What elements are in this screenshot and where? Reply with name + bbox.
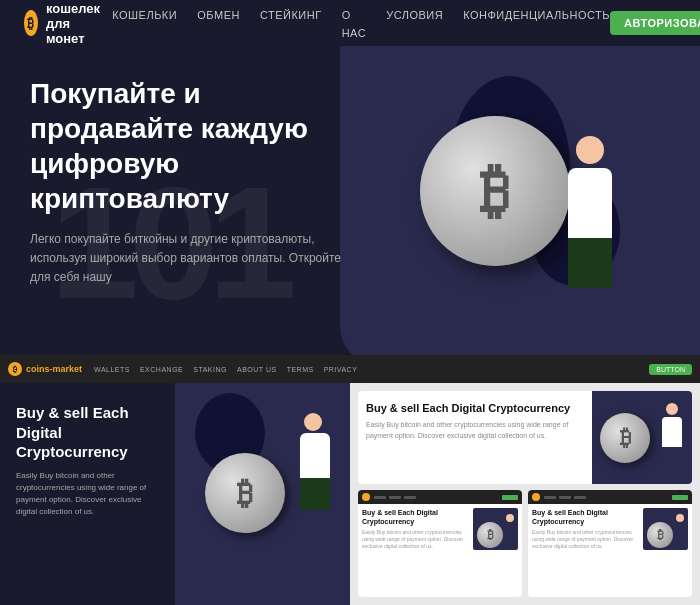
login-button[interactable]: АВТОРИЗОВАТЬ — [610, 11, 700, 35]
person-head — [576, 136, 604, 164]
ts-nav-dot — [559, 496, 571, 499]
stripe-logo-icon: ₿ — [8, 362, 22, 376]
ts-small-title-2: Buy & sell Each Digital Cryptocurrency — [532, 508, 639, 526]
nav-staking[interactable]: СТЕЙКИНГ — [260, 9, 322, 21]
hero-section: Покупайте и продавайте каждую цифровую к… — [0, 46, 700, 355]
person-figure — [550, 136, 630, 296]
thumb-large-image: ₿ — [592, 391, 692, 484]
stripe-brand: ₿ coins-market — [8, 362, 82, 376]
ts-nav-dots-1 — [374, 496, 416, 499]
stripe-nav-wallets[interactable]: WALLETS — [94, 366, 130, 373]
stripe-nav-privacy[interactable]: PRIVACY — [324, 366, 358, 373]
nav-terms[interactable]: УСЛОВИЯ — [386, 9, 443, 21]
bottom-left-title: Buy & sell Each Digital Cryptocurrency — [16, 403, 159, 462]
person-body — [568, 168, 612, 238]
stripe-nav-about[interactable]: ABOUT US — [237, 366, 277, 373]
thumbnail-small-1: Buy & sell Each Digital Cryptocurrency E… — [358, 490, 522, 597]
thumb-large-subtitle: Easily Buy bitcoin and other cryptocurre… — [366, 420, 576, 441]
thumbnail-small-2: Buy & sell Each Digital Cryptocurrency E… — [528, 490, 692, 597]
thumbnail-navbar: ₿ coins-market WALLETS EXCHANGE STAKING … — [0, 355, 700, 383]
thumbnails-row: Buy & sell Each Digital Cryptocurrency E… — [358, 490, 692, 597]
bottom-right-thumbnails: Buy & sell Each Digital Cryptocurrency E… — [350, 383, 700, 605]
bitcoin-coin: ₿ — [420, 116, 570, 266]
ts-person-head-1 — [506, 514, 514, 522]
ts-nav-1 — [358, 490, 522, 504]
stripe-nav-exchange[interactable]: EXCHANGE — [140, 366, 183, 373]
stripe-nav-staking[interactable]: STAKING — [193, 366, 227, 373]
tl-person-head — [666, 403, 678, 415]
ts-nav-btn-2 — [672, 495, 688, 500]
logo-icon: ₿ — [24, 10, 38, 36]
hero-title: Покупайте и продавайте каждую цифровую к… — [30, 76, 350, 216]
tl-person-body — [662, 417, 682, 447]
bm-person-body — [300, 433, 330, 478]
stripe-brand-name: coins-market — [26, 364, 82, 374]
ts-nav-logo-2 — [532, 493, 540, 501]
person-legs — [568, 238, 612, 288]
ts-nav-logo-1 — [362, 493, 370, 501]
stripe-nav-terms[interactable]: TERMS — [287, 366, 314, 373]
hero-text-block: Покупайте и продавайте каждую цифровую к… — [30, 46, 350, 355]
stripe-login-button[interactable]: BUTTON — [649, 364, 692, 375]
stripe-nav-links: WALLETS EXCHANGE STAKING ABOUT US TERMS … — [94, 366, 357, 373]
ts-text-2: Buy & sell Each Digital Cryptocurrency E… — [532, 508, 639, 550]
brand-logo: ₿ кошелек для монет — [24, 1, 112, 46]
ts-text-1: Buy & sell Each Digital Cryptocurrency E… — [362, 508, 469, 550]
thumb-large-title: Buy & sell Each Digital Cryptocurrency — [366, 401, 576, 415]
brand-name: кошелек для монет — [46, 1, 112, 46]
tl-symbol: ₿ — [620, 425, 631, 451]
main-site: ₿ кошелек для монет КОШЕЛЬКИ ОБМЕН СТЕЙК… — [0, 0, 700, 355]
nav-links: КОШЕЛЬКИ ОБМЕН СТЕЙКИНГ О НАС УСЛОВИЯ КО… — [112, 5, 610, 41]
bitcoin-symbol: ₿ — [480, 157, 510, 226]
ts-nav-dot — [374, 496, 386, 499]
bottom-left-panel: Buy & sell Each Digital Cryptocurrency E… — [0, 383, 175, 605]
thumb-large-text: Buy & sell Each Digital Cryptocurrency E… — [358, 391, 584, 484]
ts-small-title-1: Buy & sell Each Digital Cryptocurrency — [362, 508, 469, 526]
main-navbar: ₿ кошелек для монет КОШЕЛЬКИ ОБМЕН СТЕЙК… — [0, 0, 700, 46]
ts-nav-btn-1 — [502, 495, 518, 500]
ts-nav-dot — [544, 496, 556, 499]
ts-symbol-1: ₿ — [487, 528, 494, 542]
ts-body-2: Buy & sell Each Digital Cryptocurrency E… — [528, 504, 692, 554]
ts-coin-1: ₿ — [477, 522, 503, 548]
hero-illustration: ₿ — [340, 6, 700, 355]
bm-bitcoin-coin: ₿ — [205, 453, 285, 533]
ts-image-1: ₿ — [473, 508, 518, 550]
ts-nav-dot — [574, 496, 586, 499]
ts-symbol-2: ₿ — [657, 528, 664, 542]
tl-coin: ₿ — [600, 413, 650, 463]
ts-person-head-2 — [676, 514, 684, 522]
hero-subtitle: Легко покупайте биткойны и другие крипто… — [30, 230, 350, 288]
bm-bitcoin-symbol: ₿ — [237, 475, 253, 512]
nav-wallets[interactable]: КОШЕЛЬКИ — [112, 9, 177, 21]
ts-nav-dot — [404, 496, 416, 499]
bottom-section: Buy & sell Each Digital Cryptocurrency E… — [0, 383, 700, 605]
ts-nav-2 — [528, 490, 692, 504]
bm-person-head — [304, 413, 322, 431]
ts-nav-dots-2 — [544, 496, 586, 499]
nav-privacy[interactable]: КОНФИДЕНЦИАЛЬНОСТЬ — [463, 9, 610, 21]
bottom-left-subtitle: Easily Buy bitcoin and other cryptocurre… — [16, 470, 159, 518]
bm-person-legs — [300, 478, 330, 510]
thumbnail-large: Buy & sell Each Digital Cryptocurrency E… — [358, 391, 692, 484]
ts-small-sub-1: Easily Buy bitcoin and other cryptocurre… — [362, 529, 469, 550]
ts-image-2: ₿ — [643, 508, 688, 550]
btc-illustration: ₿ — [390, 56, 650, 316]
ts-small-sub-2: Easily Buy bitcoin and other cryptocurre… — [532, 529, 639, 550]
bottom-middle-panel: ₿ — [175, 383, 350, 605]
nav-exchange[interactable]: ОБМЕН — [197, 9, 240, 21]
ts-nav-dot — [389, 496, 401, 499]
ts-body-1: Buy & sell Each Digital Cryptocurrency E… — [358, 504, 522, 554]
ts-coin-2: ₿ — [647, 522, 673, 548]
nav-about[interactable]: О НАС — [342, 9, 366, 39]
